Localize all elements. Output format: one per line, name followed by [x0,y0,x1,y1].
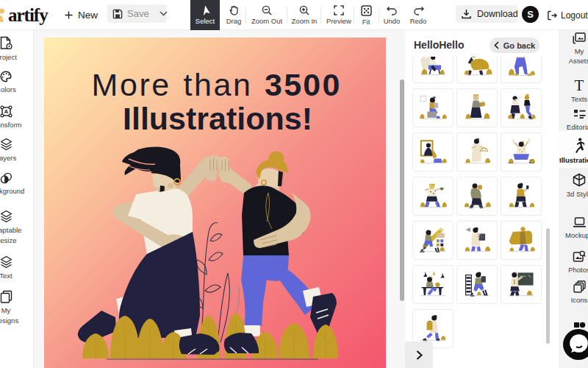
svg-text:T: T [575,78,584,92]
svg-text:A: A [4,108,8,115]
